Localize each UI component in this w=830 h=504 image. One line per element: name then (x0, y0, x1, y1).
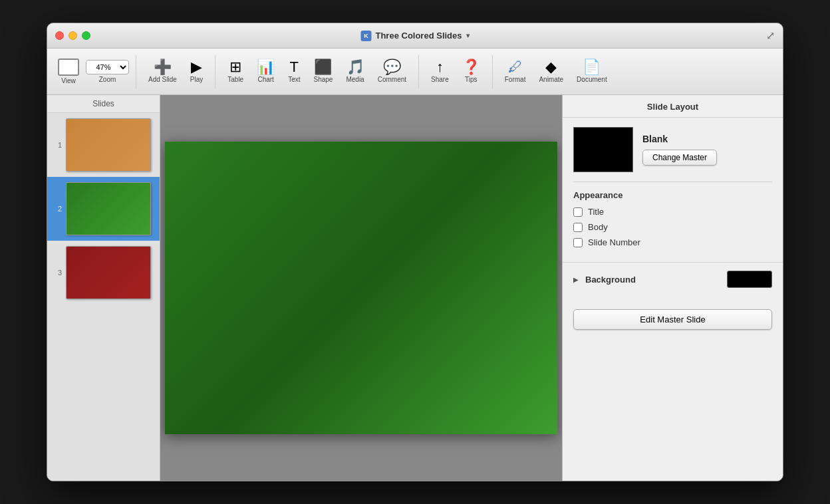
format-button[interactable]: 🖊 Format (499, 57, 531, 86)
media-button[interactable]: 🎵 Media (341, 57, 369, 86)
title-checkbox[interactable] (573, 207, 583, 217)
zoom-label: Zoom (99, 76, 116, 83)
toolbar-separator-3 (418, 55, 419, 88)
app-icon: K (360, 31, 371, 41)
title-dropdown-icon[interactable]: ▾ (466, 32, 470, 39)
chart-label: Chart (257, 76, 273, 83)
slide-item-1[interactable]: 1 (47, 113, 160, 177)
shape-icon: ⬛ (314, 60, 332, 74)
appearance-title: Appearance (573, 190, 772, 200)
shape-label: Shape (314, 76, 333, 83)
slide-thumb-3 (66, 246, 151, 299)
media-label: Media (346, 76, 364, 83)
slide-canvas (165, 142, 557, 434)
slide-item-3[interactable]: 3 (47, 241, 160, 305)
slide-item-2[interactable]: 2 (47, 177, 160, 241)
comment-button[interactable]: 💬 Comment (372, 57, 412, 86)
table-label: Table (227, 76, 243, 83)
table-icon: ⊞ (229, 60, 241, 74)
add-slide-label: Add Slide (148, 76, 177, 83)
background-section: ▶ Background (563, 262, 783, 296)
add-slide-icon: ➕ (154, 60, 172, 74)
body-checkbox[interactable] (573, 223, 583, 232)
document-button[interactable]: 📄 Document (571, 57, 613, 86)
tips-button[interactable]: ❓ Tips (457, 57, 485, 86)
share-label: Share (431, 76, 449, 83)
slides-panel-header: Slides (47, 95, 160, 113)
document-label: Document (577, 76, 607, 83)
slide-number-checkbox-row: Slide Number (573, 237, 772, 247)
zoom-select[interactable]: 47% 50% 75% 100% (86, 60, 129, 74)
slide-number-checkbox[interactable] (573, 238, 583, 247)
close-button[interactable] (55, 31, 64, 40)
window-zoom-icon[interactable]: ⤢ (766, 29, 775, 42)
layout-preview-row: Blank Change Master (573, 127, 772, 172)
play-label: Play (190, 76, 203, 83)
view-button[interactable]: View (54, 56, 83, 87)
toolbar-separator-2 (215, 55, 215, 88)
text-label: Text (288, 76, 300, 83)
media-icon: 🎵 (346, 60, 364, 74)
right-panel-title: Slide Layout (563, 95, 783, 118)
title-checkbox-label: Title (588, 207, 604, 217)
slide-thumb-2 (66, 182, 151, 235)
minimize-button[interactable] (69, 31, 77, 40)
slide-thumb-1 (66, 118, 151, 172)
animate-button[interactable]: ◆ Animate (533, 57, 569, 86)
animate-icon: ◆ (545, 60, 557, 74)
slide-number-1: 1 (51, 141, 62, 149)
app-window: K Three Colored Slides ▾ ⤢ View 47% 50% … (47, 23, 783, 481)
zoom-control: 47% 50% 75% 100% Zoom (86, 60, 129, 83)
main-area: Slides 1 2 3 Slide Layout (47, 95, 783, 481)
tips-label: Tips (465, 76, 478, 83)
slides-panel: Slides 1 2 3 (47, 95, 160, 481)
layout-name: Blank (642, 134, 717, 144)
layout-preview-thumb (573, 127, 633, 172)
title-bar: K Three Colored Slides ▾ ⤢ (47, 23, 783, 49)
slide-number-3: 3 (51, 269, 62, 277)
animate-label: Animate (539, 76, 563, 83)
background-row: ▶ Background (573, 271, 772, 288)
body-checkbox-label: Body (588, 222, 608, 232)
toolbar: View 47% 50% 75% 100% Zoom ➕ Add Slide ▶… (47, 49, 783, 95)
table-button[interactable]: ⊞ Table (222, 57, 249, 86)
comment-label: Comment (378, 76, 406, 83)
share-button[interactable]: ↑ Share (426, 57, 454, 86)
window-title: K Three Colored Slides ▾ (360, 31, 469, 41)
view-label: View (61, 77, 76, 84)
background-label: Background (585, 275, 720, 285)
share-icon: ↑ (436, 60, 444, 74)
title-checkbox-row: Title (573, 207, 772, 217)
right-panel: Slide Layout Blank Change Master Appeara… (562, 95, 783, 481)
background-color-swatch[interactable] (727, 271, 772, 288)
section-divider-1 (573, 182, 772, 182)
shape-button[interactable]: ⬛ Shape (309, 57, 339, 86)
play-icon: ▶ (191, 60, 202, 74)
text-button[interactable]: T Text (283, 57, 305, 86)
slide-number-checkbox-label: Slide Number (588, 237, 640, 247)
toolbar-separator-1 (136, 55, 136, 88)
view-icon (58, 59, 79, 76)
layout-info: Blank Change Master (642, 134, 717, 166)
traffic-lights (47, 31, 90, 40)
edit-master-button[interactable]: Edit Master Slide (573, 309, 772, 330)
format-label: Format (505, 76, 526, 83)
body-checkbox-row: Body (573, 222, 772, 232)
chart-button[interactable]: 📊 Chart (251, 57, 280, 86)
chart-icon: 📊 (257, 60, 275, 74)
change-master-button[interactable]: Change Master (642, 150, 717, 166)
title-text: Three Colored Slides (375, 31, 462, 41)
comment-icon: 💬 (383, 60, 401, 74)
canvas-area[interactable] (160, 95, 562, 481)
format-icon: 🖊 (508, 60, 523, 74)
play-button[interactable]: ▶ Play (185, 57, 208, 86)
maximize-button[interactable] (82, 31, 90, 40)
toolbar-separator-4 (492, 55, 493, 88)
document-icon: 📄 (583, 60, 601, 74)
tips-icon: ❓ (462, 60, 480, 74)
layout-section: Blank Change Master Appearance Title Bod… (563, 118, 783, 262)
text-icon: T (290, 60, 299, 74)
background-expand-icon[interactable]: ▶ (573, 276, 579, 283)
add-slide-button[interactable]: ➕ Add Slide (143, 57, 182, 86)
slide-number-2: 2 (51, 205, 62, 213)
